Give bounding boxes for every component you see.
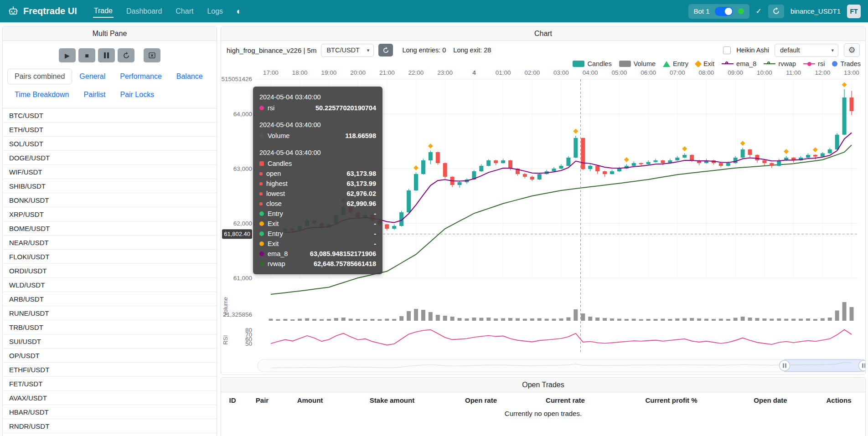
svg-text:09:00: 09:00: [728, 69, 743, 76]
pair-list-item[interactable]: BTC/USDT: [3, 108, 217, 123]
tooltip-value: 62,648.75785661418: [314, 259, 376, 269]
pair-list-item[interactable]: BOME/USDT: [3, 221, 217, 236]
heikin-ashi-checkbox[interactable]: [723, 46, 731, 54]
strategy-label: high_frog_binance_v226 | 5m: [227, 46, 316, 54]
rsi-line: [271, 330, 852, 345]
svg-text:06:00: 06:00: [641, 69, 656, 76]
pair-list-item[interactable]: RUNE/USDT: [3, 306, 217, 320]
stop-button[interactable]: ■: [78, 48, 95, 62]
svg-text:50: 50: [245, 340, 252, 347]
pair-list-item[interactable]: RNDR/USDT: [3, 419, 217, 433]
nav-item-logs[interactable]: Logs: [206, 5, 224, 17]
tooltip-value: 63,173.99: [346, 179, 376, 189]
refresh-chart-button[interactable]: [378, 44, 393, 56]
open-trades-panel: Open Trades IDPairAmountStake amountOpen…: [221, 377, 866, 436]
pair-list-item[interactable]: WIF/USDT: [3, 165, 217, 179]
legend-item-rvwap[interactable]: rvwap: [764, 60, 796, 67]
plot-config-select[interactable]: default ▾: [775, 44, 838, 57]
svg-text:10:00: 10:00: [757, 69, 772, 76]
pair-list-item[interactable]: WLD/USDT: [3, 278, 217, 292]
svg-text:63,000: 63,000: [233, 165, 252, 172]
legend-label: Volume: [634, 60, 656, 67]
exchange-label: binance_USDT1: [790, 7, 841, 15]
right-column: Chart high_frog_binance_v226 | 5m BTC/US…: [221, 26, 866, 436]
legend-item-rsi[interactable]: rsi: [803, 60, 825, 67]
pair-list-item[interactable]: SOL/USDT: [3, 137, 217, 151]
svg-text:08:00: 08:00: [699, 69, 714, 76]
pair-list-item[interactable]: DOGE/USDT: [3, 151, 217, 165]
volume-legend-icon: [619, 61, 631, 67]
tooltip-label: close: [266, 199, 282, 209]
bot-toggle[interactable]: [715, 7, 733, 16]
svg-text:64,000: 64,000: [233, 111, 252, 118]
datazoom-selected-window[interactable]: [785, 359, 864, 372]
pair-list-item[interactable]: ORDI/USDT: [3, 264, 217, 278]
reload-config-button[interactable]: [118, 48, 134, 62]
tab-pairlist[interactable]: Pairlist: [76, 87, 113, 103]
nav-item-dashboard[interactable]: Dashboard: [125, 5, 163, 17]
pair-list-item[interactable]: AVAX/USDT: [3, 391, 217, 405]
legend-item-ema-8[interactable]: ema_8: [722, 60, 756, 67]
legend-item-volume[interactable]: Volume: [619, 60, 656, 67]
pair-list-item[interactable]: TRB/USDT: [3, 320, 217, 334]
tab-balance[interactable]: Balance: [169, 69, 210, 84]
column-header-stake-amount: Stake amount: [340, 392, 444, 408]
tooltip-value: -: [374, 209, 376, 219]
datazoom-handle-left[interactable]: [780, 360, 790, 371]
legend-item-entry[interactable]: Entry: [663, 60, 688, 67]
legend-item-exit[interactable]: Exit: [696, 60, 714, 67]
pair-list-item[interactable]: FET/USDT: [3, 377, 217, 391]
plot-settings-button[interactable]: ⚙: [844, 43, 860, 57]
tab-performance[interactable]: Performance: [113, 69, 169, 84]
refresh-bot-button[interactable]: [768, 5, 784, 18]
pair-list-item[interactable]: ARB/USDT: [3, 292, 217, 306]
tooltip-label: ema_8: [268, 249, 288, 259]
pair-list-item[interactable]: BONK/USDT: [3, 193, 217, 207]
legend-item-candles[interactable]: Candles: [573, 60, 611, 67]
svg-text:4: 4: [472, 69, 476, 76]
pair-list-item[interactable]: SHIB/USDT: [3, 179, 217, 193]
pair-list-item[interactable]: SUI/USDT: [3, 334, 217, 349]
close-trade-button[interactable]: [144, 48, 160, 62]
tooltip-label: Exit: [268, 239, 279, 249]
bot-check-icon: ✓: [756, 7, 762, 15]
left-panel-tabs: Pairs combinedGeneralPerformanceBalanceT…: [3, 67, 217, 108]
pair-select[interactable]: BTC/USDT ▾: [321, 44, 374, 57]
tab-pairs-combined[interactable]: Pairs combined: [7, 69, 72, 84]
pair-list-item[interactable]: FLOKI/USDT: [3, 250, 217, 264]
pair-list-item[interactable]: OP/USDT: [3, 349, 217, 363]
tooltip-label: Entry: [268, 209, 283, 219]
pause-button[interactable]: [98, 48, 115, 62]
datazoom-navigator[interactable]: [258, 359, 865, 372]
pair-list-item[interactable]: HBAR/USDT: [3, 405, 217, 419]
candles-legend-icon: [573, 61, 584, 67]
pair-list-item[interactable]: XRP/USDT: [3, 207, 217, 221]
series-marker-icon: [259, 172, 263, 175]
nav-item-chart[interactable]: Chart: [175, 5, 194, 17]
legend-item-trades[interactable]: Trades: [832, 60, 861, 67]
nav-item-trade[interactable]: Trade: [93, 5, 114, 18]
pair-list-item[interactable]: ETHFI/USDT: [3, 363, 217, 377]
tooltip-label: rvwap: [268, 259, 285, 269]
series-marker-icon: [259, 182, 263, 185]
tooltip-label: Volume: [268, 131, 289, 141]
play-button[interactable]: ▶: [59, 48, 76, 62]
theme-toggle-icon[interactable]: ◐: [236, 6, 241, 16]
tooltip-value: 62,990.96: [346, 199, 376, 209]
chart-legend: CandlesVolumeEntryExitema_8rvwaprsiTrade…: [573, 60, 861, 67]
bot-selector[interactable]: Bot 1: [688, 4, 749, 19]
tooltip-value: 63,173.98: [346, 169, 376, 179]
svg-text:22:00: 22:00: [408, 69, 424, 76]
svg-text:21:00: 21:00: [379, 69, 395, 76]
column-header-actions: Actions: [811, 392, 866, 408]
series-marker-icon: [259, 202, 263, 205]
tab-time-breakdown[interactable]: Time Breakdown: [7, 87, 76, 103]
pair-list-item[interactable]: NEAR/USDT: [3, 236, 217, 250]
pair-list-item[interactable]: AR/USDT: [3, 433, 217, 436]
legend-label: Entry: [673, 60, 688, 67]
tab-general[interactable]: General: [72, 69, 113, 84]
tab-pair-locks[interactable]: Pair Locks: [113, 87, 161, 103]
pair-list-item[interactable]: ETH/USDT: [3, 123, 217, 137]
user-avatar[interactable]: FT: [847, 5, 861, 18]
tooltip-value: -: [374, 219, 376, 229]
